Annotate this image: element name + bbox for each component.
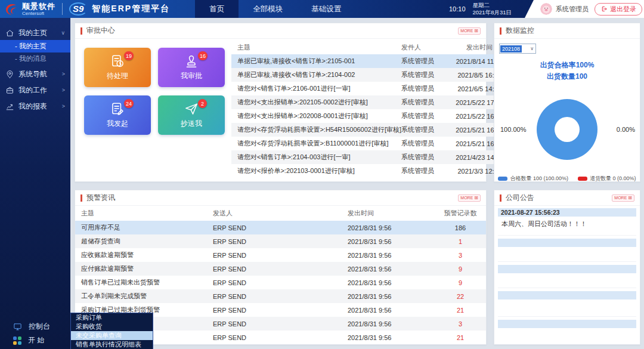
sidebar-item-label: 系统导航 <box>18 69 47 79</box>
sidebar-item-3[interactable]: 我的报表> <box>0 99 70 113</box>
console-icon <box>13 322 22 331</box>
cell-sender: ERP SEND <box>213 307 348 314</box>
announcement-entry[interactable] <box>498 265 636 288</box>
approval-row[interactable]: 请您对<报价单>:202103-0001进行[审核]系统管理员2021/3/3 … <box>231 164 515 178</box>
cell-sender: ERP SEND <box>213 224 348 231</box>
approval-tile-3[interactable]: 抄送我2 <box>158 95 225 135</box>
approval-tile-2[interactable]: 我发起24 <box>84 95 151 135</box>
period-value: 202108 <box>500 45 522 52</box>
cell-count: 186 <box>435 224 486 231</box>
cell-topic: 请您对<存货浮动耗损率设置>:B11000001进行[审核] <box>231 139 401 148</box>
alert-row[interactable]: 应付账款逾期预警ERP SEND2021/8/31 9:569 <box>75 262 486 276</box>
announcements-title: 公司公告 <box>506 193 534 203</box>
cell-topic: 可用库存不足 <box>75 223 213 232</box>
cell-sender: ERP SEND <box>213 265 348 273</box>
header-accent <box>80 27 82 35</box>
announcement-entry[interactable] <box>498 239 636 262</box>
sidebar-subitem-0-1[interactable]: 我的消息 <box>0 52 70 65</box>
alert-row[interactable]: 可用库存不足ERP SEND2021/8/31 9:56186 <box>75 221 486 234</box>
chevron-down-icon: ∨ <box>61 30 65 36</box>
grid-icon <box>628 196 632 200</box>
brand-divider <box>62 3 63 15</box>
announcement-date <box>498 265 636 273</box>
approval-row[interactable]: 请您对<销售订单>:2106-001进行[一审]系统管理员2021/6/5 14… <box>231 82 515 95</box>
announcement-entry[interactable] <box>498 320 636 349</box>
announcements-more-button[interactable]: MORE <box>612 194 634 202</box>
chart-legend: 合格数量 100 (100.00%)退货数量 0 (0.00%) <box>494 175 640 183</box>
approval-more-button[interactable]: MORE <box>458 27 481 35</box>
sidebar-item-0[interactable]: 我的主页∨ <box>0 26 70 40</box>
popup-menu-item-1[interactable]: 采购收货 <box>71 322 153 331</box>
approval-row[interactable]: 单据已审核,请接收<销售订单>:2104-002系统管理员2021/8/5 16… <box>231 68 515 82</box>
approval-row[interactable]: 请您对<支出报销单>:202008-0001进行[审核]系统管理员2021/5/… <box>231 109 515 123</box>
announcement-text <box>498 273 636 288</box>
logout-button[interactable]: 退出登录 <box>595 3 642 16</box>
sidebar-item-2[interactable]: 我的工作> <box>0 83 70 97</box>
user-area: 系统管理员 退出登录 <box>525 0 644 18</box>
alerts-table-header: 主题发送人发出时间预警记录数 <box>75 206 486 221</box>
approval-table-body: 单据已审核,请接收<销售订单>:2105-001系统管理员2021/8/14 1… <box>231 54 515 178</box>
navbar-menu: 首页全部模块基础设置 <box>195 0 355 18</box>
count-badge: 16 <box>198 51 208 60</box>
data-monitor-panel: 数据监控 202108 ∨ 出货合格率100% 出货数量100 100.00% … <box>494 23 640 182</box>
sidebar-subitem-0-0[interactable]: 我的主页 <box>0 40 70 52</box>
popup-menu-item-0[interactable]: 采购订单 <box>71 313 153 322</box>
chevron-down-icon: ∨ <box>530 46 534 51</box>
approval-row[interactable]: 请您对<存货浮动耗损率设置>:H54R15006002进行[审核]系统管理员20… <box>231 123 515 137</box>
announcement-text <box>498 247 636 262</box>
cell-time: 2021/8/31 9:56 <box>348 265 435 273</box>
approval-row[interactable]: 请您对<销售订单>:2104-003进行[一审]系统管理员2021/4/23 1… <box>231 150 515 164</box>
cell-time: 2021/8/31 9:56 <box>348 224 435 231</box>
alert-row[interactable]: 销售订单已过期未出货预警ERP SEND2021/8/31 9:569 <box>75 276 486 289</box>
announcement-entry[interactable]: 2021-08-27 15:56:23本周六、周日公司活动！！！ <box>498 208 636 236</box>
sidebar-item-1[interactable]: 系统导航> <box>0 67 70 81</box>
alert-row[interactable]: 应收账款逾期预警ERP SEND2021/8/31 9:563 <box>75 248 486 262</box>
cell-time: 2021/8/31 9:56 <box>348 238 435 245</box>
cell-sender: 系统管理员 <box>401 98 444 107</box>
popup-menu-item-2[interactable]: 未交采购单查询 <box>71 331 153 340</box>
cell-count: 1 <box>435 238 486 245</box>
popup-menu-item-3[interactable]: 销售单执行情况明细表 <box>71 340 153 349</box>
alert-row[interactable]: 超储存货查询ERP SEND2021/8/31 9:561 <box>75 234 486 248</box>
date: 2021年8月31日 <box>473 9 512 16</box>
cell-topic: 单据已审核,请接收<销售订单>:2105-001 <box>231 57 401 66</box>
taskbar-item-0[interactable]: 控制台 <box>0 320 70 333</box>
cell-count: 21 <box>435 334 486 341</box>
cell-time: 2021/8/31 9:56 <box>348 279 435 286</box>
donut-right-label: 0.00% <box>617 126 635 133</box>
period-select[interactable]: 202108 ∨ <box>499 44 536 54</box>
chevron-right-icon: > <box>62 103 65 109</box>
header-accent <box>80 194 82 202</box>
cell-sender: ERP SEND <box>213 252 348 259</box>
cell-sender: 系统管理员 <box>401 57 444 66</box>
taskbar-popup-menu: 采购订单采购收货未交采购单查询销售单执行情况明细表 <box>70 313 153 349</box>
tile-label: 我发起 <box>107 119 128 129</box>
cell-topic: 单据已审核,请接收<销售订单>:2104-002 <box>231 70 401 79</box>
approval-row[interactable]: 请您对<存货浮动耗损率设置>:B11000001进行[审核]系统管理员2021/… <box>231 137 515 150</box>
taskbar-item-1[interactable]: 开 始 <box>0 333 70 347</box>
announcement-date: 2021-08-27 15:56:23 <box>498 208 636 217</box>
nav-item-0[interactable]: 首页 <box>195 0 239 18</box>
announcement-text: 本周六、周日公司活动！！！ <box>498 217 636 236</box>
announcement-entry[interactable] <box>498 291 636 317</box>
header-accent <box>500 194 501 202</box>
avatar[interactable] <box>540 3 552 15</box>
cell-sender: ERP SEND <box>213 279 348 286</box>
cell-topic: 请您对<报价单>:202103-0001进行[审核] <box>231 166 401 175</box>
sidebar-item-label: 我的报表 <box>18 101 47 112</box>
erp-dashboard: 顺景软件 Centersoft S9 智能ERP管理平台 首页全部模块基础设置 … <box>0 0 644 349</box>
approval-row[interactable]: 请您对<支出报销单>:202105-0002进行[审核]系统管理员2021/5/… <box>231 95 515 109</box>
nav-item-1[interactable]: 全部模块 <box>239 0 297 18</box>
home-icon <box>5 29 14 38</box>
cell-sender: ERP SEND <box>213 320 348 328</box>
alerts-more-button[interactable]: MORE <box>458 194 481 202</box>
approval-tile-1[interactable]: 我审批16 <box>158 48 225 87</box>
approval-row[interactable]: 单据已审核,请接收<销售订单>:2105-001系统管理员2021/8/14 1… <box>231 54 515 68</box>
approval-tile-0[interactable]: 待处理19 <box>84 48 151 87</box>
cell-count: 3 <box>435 252 486 259</box>
nav-item-2[interactable]: 基础设置 <box>297 0 355 18</box>
announcement-date <box>498 239 636 247</box>
cell-sender: 系统管理员 <box>401 112 444 121</box>
start-icon <box>13 336 21 345</box>
alert-row[interactable]: 工令单到期未完成预警ERP SEND2021/8/31 9:5622 <box>75 289 486 303</box>
